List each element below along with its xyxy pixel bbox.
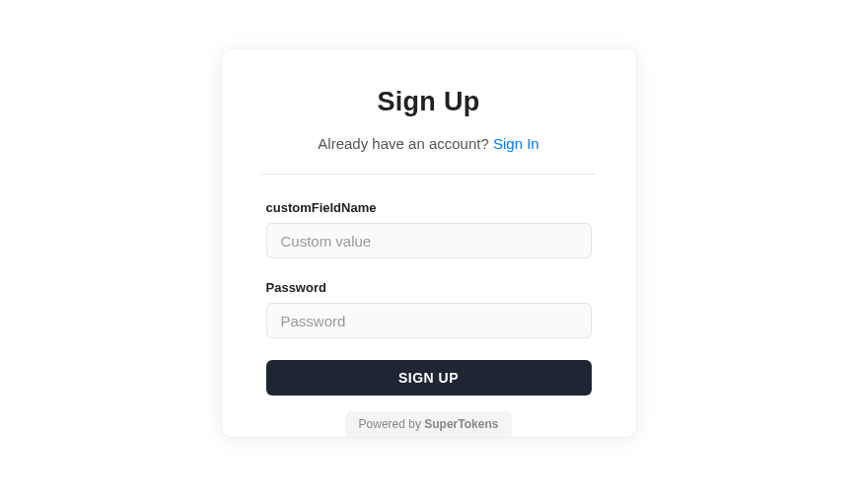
custom-field-label: customFieldName: [266, 200, 592, 215]
divider: [261, 174, 597, 175]
powered-brand: SuperTokens: [424, 417, 498, 431]
password-field-label: Password: [266, 280, 592, 295]
password-field-input[interactable]: [266, 303, 592, 338]
signup-button[interactable]: SIGN UP: [266, 360, 592, 396]
custom-field-input[interactable]: [266, 223, 592, 258]
powered-prefix: Powered by: [359, 417, 425, 431]
page-title: Sign Up: [266, 87, 592, 117]
powered-by-badge[interactable]: Powered by SuperTokens: [345, 411, 513, 437]
signin-link[interactable]: Sign In: [493, 135, 539, 152]
subtitle: Already have an account? Sign In: [266, 135, 592, 152]
signup-card: Sign Up Already have an account? Sign In…: [222, 49, 636, 437]
subtitle-text: Already have an account?: [318, 135, 493, 152]
